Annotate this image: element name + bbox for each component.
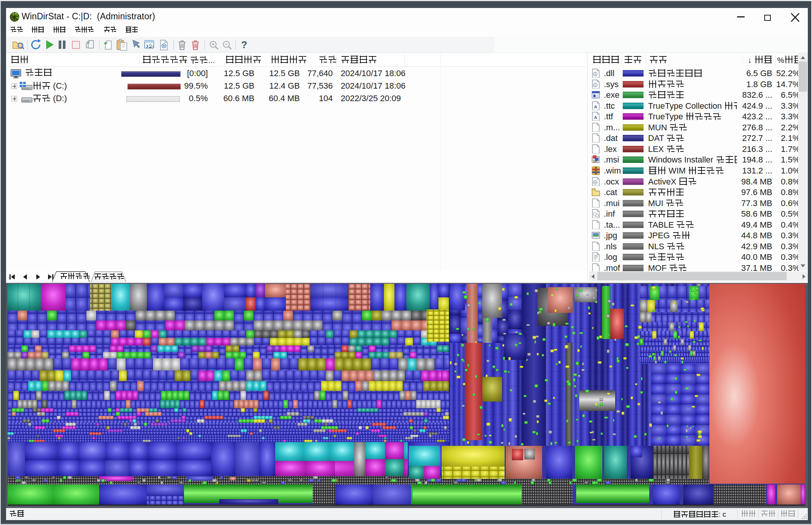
svg-text:A: A [594, 104, 597, 109]
svg-text:A: A [594, 115, 597, 120]
svg-text:18: 18 [593, 159, 597, 163]
